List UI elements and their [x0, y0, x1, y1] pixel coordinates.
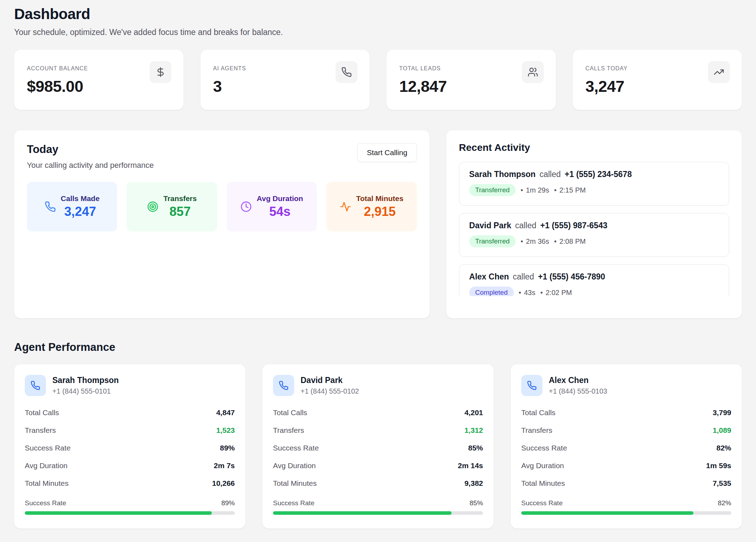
metric-label: Avg Duration [257, 194, 303, 203]
stat-card-total-leads: TOTAL LEADS 12,847 [386, 50, 556, 110]
stats-row: ACCOUNT BALANCE $985.00 AI AGENTS 3 TOTA… [14, 50, 742, 110]
transfers-value: 1,089 [713, 426, 731, 435]
metric-label: Calls Made [61, 194, 100, 203]
row-label: Total Calls [273, 408, 307, 417]
progress-percent: 89% [221, 499, 235, 507]
stat-value: 12,847 [399, 77, 543, 96]
metric-transfers: Transfers 857 [127, 182, 217, 231]
dot-separator: • [521, 237, 523, 246]
total-calls-value: 4,847 [216, 408, 235, 417]
total-minutes-value: 7,535 [713, 479, 731, 488]
success-rate-progressbar [273, 511, 483, 515]
status-badge: Completed [469, 287, 514, 296]
dot-separator: • [554, 237, 557, 246]
progress-percent: 85% [470, 499, 483, 507]
users-icon [522, 61, 544, 83]
call-time: 2:02 PM [546, 289, 572, 296]
target-icon [147, 201, 158, 212]
clock-icon [240, 201, 252, 212]
page-title: Dashboard [14, 6, 742, 23]
trending-up-icon [708, 61, 730, 83]
total-minutes-value: 9,382 [464, 479, 483, 488]
row-label: Total Calls [25, 408, 59, 417]
recent-activity-card: Recent Activity Sarah Thompson called +1… [446, 130, 742, 318]
row-label: Success Rate [273, 444, 319, 452]
caller-name: Alex Chen [469, 272, 509, 282]
today-card: Today Your calling activity and performa… [14, 130, 430, 318]
transfers-value: 1,523 [216, 426, 235, 435]
row-label: Total Minutes [521, 479, 565, 488]
row-label: Transfers [521, 426, 552, 435]
row-label: Transfers [25, 426, 56, 435]
total-calls-value: 4,201 [464, 408, 483, 417]
metric-avg-duration: Avg Duration 54s [227, 182, 317, 231]
success-rate-progressbar [521, 511, 731, 515]
action-text: called [515, 221, 536, 230]
main-row: Today Your calling activity and performa… [14, 130, 742, 318]
progress-percent: 82% [718, 499, 731, 507]
dashboard-page: Dashboard Your schedule, optimized. We'v… [0, 0, 756, 537]
dot-separator: • [540, 289, 543, 296]
progress-label: Success Rate [25, 499, 66, 507]
agent-name: Alex Chen [549, 376, 607, 385]
stat-value: $985.00 [27, 77, 171, 96]
agent-performance-title: Agent Performance [14, 341, 742, 354]
dot-separator: • [554, 186, 557, 194]
row-label: Avg Duration [273, 461, 316, 470]
called-number: +1 (555) 456-7890 [538, 272, 605, 282]
phone-icon [521, 375, 542, 396]
call-duration: 2m 36s [526, 237, 549, 246]
success-rate-value: 89% [220, 444, 235, 452]
row-label: Total Calls [521, 408, 556, 417]
progress-label: Success Rate [521, 499, 563, 507]
metric-label: Transfers [163, 194, 197, 203]
agent-card-alex-chen: Alex Chen +1 (844) 555-0103 Total Calls3… [511, 364, 742, 529]
total-minutes-value: 10,266 [212, 479, 235, 488]
phone-icon [25, 375, 46, 396]
activity-item[interactable]: David Park called +1 (555) 987-6543 Tran… [459, 213, 729, 257]
row-label: Avg Duration [521, 461, 564, 470]
dot-separator: • [521, 186, 523, 194]
called-number: +1 (555) 987-6543 [540, 221, 607, 230]
agent-card-david-park: David Park +1 (844) 555-0102 Total Calls… [262, 364, 494, 529]
phone-icon [336, 61, 357, 83]
action-text: called [540, 170, 561, 179]
success-rate-progressbar [25, 511, 235, 515]
stat-label: TOTAL LEADS [399, 65, 543, 72]
activity-item[interactable]: Sarah Thompson called +1 (555) 234-5678 … [459, 162, 729, 206]
row-label: Success Rate [521, 444, 567, 452]
called-number: +1 (555) 234-5678 [565, 170, 632, 179]
phone-icon [45, 201, 56, 212]
status-badge: Transferred [469, 235, 516, 247]
stat-card-account-balance: ACCOUNT BALANCE $985.00 [14, 50, 184, 110]
row-label: Total Minutes [273, 479, 317, 488]
activity-item[interactable]: Alex Chen called +1 (555) 456-7890 Compl… [459, 264, 729, 296]
today-title: Today [27, 143, 154, 156]
metric-total-minutes: Total Minutes 2,915 [326, 182, 417, 231]
activity-icon [340, 201, 351, 212]
call-duration: 1m 29s [526, 186, 549, 194]
agent-phone: +1 (844) 555-0103 [549, 387, 607, 395]
agent-name: David Park [301, 376, 359, 385]
success-rate-value: 85% [468, 444, 483, 452]
caller-name: David Park [469, 221, 511, 230]
stat-card-calls-today: CALLS TODAY 3,247 [573, 50, 742, 110]
start-calling-button[interactable]: Start Calling [357, 143, 417, 162]
page-subtitle: Your schedule, optimized. We've added fo… [14, 28, 742, 37]
recent-activity-title: Recent Activity [459, 142, 729, 153]
call-time: 2:15 PM [559, 186, 586, 194]
stat-card-ai-agents: AI AGENTS 3 [200, 50, 370, 110]
action-text: called [513, 272, 534, 282]
agent-card-sarah-thompson: Sarah Thompson +1 (844) 555-0101 Total C… [14, 364, 245, 529]
dot-separator: • [519, 289, 521, 296]
stat-label: ACCOUNT BALANCE [27, 65, 171, 72]
avg-duration-value: 2m 7s [214, 461, 235, 470]
today-subtitle: Your calling activity and performance [27, 161, 154, 170]
transfers-value: 1,312 [464, 426, 483, 435]
stat-value: 3,247 [586, 77, 729, 96]
progress-label: Success Rate [273, 499, 314, 507]
agent-name: Sarah Thompson [52, 376, 119, 385]
recent-activity-list[interactable]: Sarah Thompson called +1 (555) 234-5678 … [459, 162, 729, 296]
metric-value: 857 [169, 204, 191, 219]
agent-phone: +1 (844) 555-0102 [301, 387, 359, 395]
